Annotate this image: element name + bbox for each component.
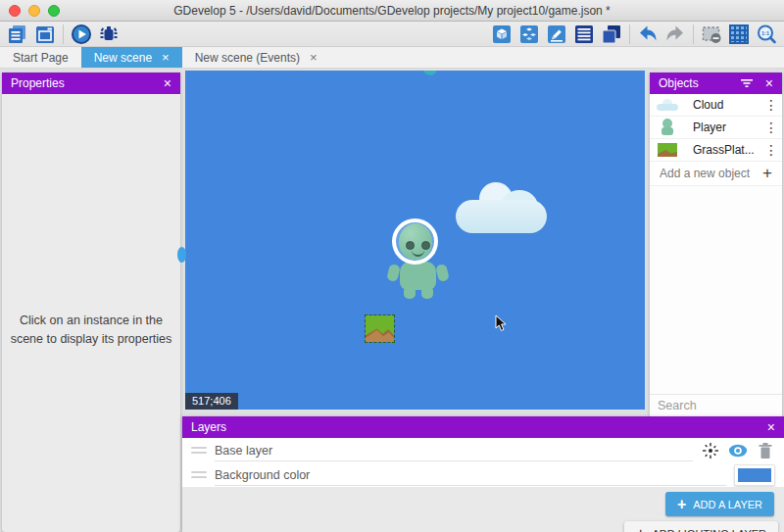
properties-panel-title: Properties (11, 76, 164, 90)
window-controls (9, 5, 60, 17)
title-bar: GDevelop 5 - /Users/david/Documents/GDev… (0, 0, 784, 22)
panel-resize-handle[interactable] (177, 247, 186, 263)
svg-text:1:1: 1:1 (761, 30, 769, 36)
plus-icon: + (636, 525, 645, 532)
tab-new-scene-events[interactable]: New scene (Events) × (182, 47, 330, 68)
window-title: GDevelop 5 - /Users/david/Documents/GDev… (173, 4, 611, 18)
grass-thumbnail-icon (656, 141, 679, 159)
objects-panel-title: Objects (659, 76, 740, 90)
gdevelop-window: GDevelop 5 - /Users/david/Documents/GDev… (0, 0, 784, 532)
close-icon[interactable]: × (765, 76, 773, 90)
object-row-cloud[interactable]: Cloud ⋮ (650, 94, 782, 117)
add-layer-button[interactable]: + ADD A LAYER (665, 492, 774, 516)
object-name: Cloud (693, 98, 764, 112)
kebab-menu-icon[interactable]: ⋮ (764, 142, 776, 158)
objects-panel: Objects × Cloud ⋮ Player ⋮ GrassPlat... (650, 73, 782, 416)
tab-bar: Start Page New scene × New scene (Events… (0, 47, 784, 69)
properties-empty-message: Click on an instance in the scene to dis… (10, 312, 172, 350)
grid-icon[interactable] (727, 23, 751, 46)
objects-search-bar (650, 394, 782, 416)
kebab-menu-icon[interactable]: ⋮ (764, 120, 776, 135)
object-name: Player (693, 121, 764, 134)
layer-row-base[interactable]: Base layer (182, 438, 784, 462)
maximize-window-button[interactable] (48, 5, 60, 17)
object-name: GrassPlat... (693, 143, 764, 157)
mouse-cursor-icon (495, 314, 507, 332)
filter-icon[interactable] (740, 77, 754, 89)
add-new-object-button[interactable]: Add a new object + (650, 162, 782, 186)
objects-panel-empty-area (650, 186, 782, 394)
scene-editor-icon[interactable] (33, 23, 57, 46)
close-icon[interactable]: × (164, 76, 172, 90)
play-icon[interactable] (70, 23, 93, 46)
tab-close-icon[interactable]: × (162, 51, 170, 64)
properties-panel-header: Properties × (2, 73, 180, 94)
layer-effects-icon[interactable] (701, 441, 720, 460)
add-object-icon[interactable] (490, 23, 514, 46)
add-new-object-label: Add a new object (660, 167, 762, 180)
add-lighting-layer-label: ADD LIGHTING LAYER (652, 528, 766, 532)
object-groups-icon[interactable] (517, 23, 541, 46)
edit-scene-icon[interactable] (545, 23, 568, 46)
mask-icon[interactable] (700, 23, 723, 46)
tab-start-page[interactable]: Start Page (0, 47, 81, 68)
drag-handle-icon[interactable] (191, 447, 207, 454)
kebab-menu-icon[interactable]: ⋮ (764, 97, 776, 113)
undo-icon[interactable] (636, 23, 660, 46)
tab-label: New scene (94, 51, 152, 65)
debug-icon[interactable] (97, 23, 121, 46)
layers-icon[interactable] (600, 23, 623, 46)
grass-platform-object[interactable] (366, 315, 394, 342)
zoom-1-1-icon[interactable]: 1:1 (755, 23, 778, 46)
tab-label: Start Page (13, 51, 69, 65)
layers-panel-title: Layers (191, 420, 767, 434)
drag-handle-icon[interactable] (191, 471, 207, 478)
layer-visibility-eye-icon[interactable] (728, 441, 748, 460)
toolbar-separator (629, 24, 630, 44)
background-color-swatch (738, 468, 771, 482)
tab-close-icon[interactable]: × (310, 51, 318, 64)
cloud-object[interactable] (456, 182, 547, 233)
tab-label: New scene (Events) (195, 51, 300, 65)
player-thumbnail-icon (656, 119, 679, 136)
object-row-player[interactable]: Player ⋮ (650, 117, 782, 139)
close-window-button[interactable] (9, 5, 21, 17)
canvas-resize-handle[interactable] (423, 71, 437, 75)
object-row-grassplatform[interactable]: GrassPlat... ⋮ (650, 139, 782, 162)
toolbar-separator (63, 24, 64, 44)
scene-canvas[interactable]: 517;406 (185, 71, 645, 410)
cloud-thumbnail-icon (656, 96, 679, 114)
add-layer-label: ADD A LAYER (693, 499, 762, 510)
close-icon[interactable]: × (767, 420, 775, 434)
delete-layer-trash-icon[interactable] (756, 441, 775, 460)
minimize-window-button[interactable] (28, 5, 40, 17)
tab-new-scene[interactable]: New scene × (81, 47, 182, 68)
properties-panel: Properties × Click on an instance in the… (2, 73, 180, 532)
add-lighting-layer-button[interactable]: + ADD LIGHTING LAYER (624, 521, 778, 532)
toolbar-separator (693, 24, 694, 44)
instances-list-icon[interactable] (572, 23, 596, 46)
plus-icon: + (762, 164, 772, 183)
plus-icon: + (677, 496, 686, 513)
objects-panel-header: Objects × (650, 73, 782, 94)
background-color-picker[interactable] (734, 464, 775, 486)
cursor-coordinates: 517;406 (185, 393, 238, 410)
background-color-label: Background color (215, 464, 726, 486)
layer-name-field[interactable]: Base layer (215, 440, 693, 461)
redo-icon[interactable] (663, 23, 687, 46)
layers-panel: Layers × Base layer Background color (182, 416, 784, 532)
layer-row-background-color[interactable]: Background color (182, 462, 784, 487)
search-input[interactable] (658, 399, 784, 412)
layers-panel-footer: + ADD A LAYER + ADD LIGHTING LAYER (182, 487, 784, 532)
layers-panel-header: Layers × (182, 416, 784, 438)
project-manager-icon[interactable] (6, 23, 29, 46)
main-toolbar: 1:1 (0, 22, 784, 47)
